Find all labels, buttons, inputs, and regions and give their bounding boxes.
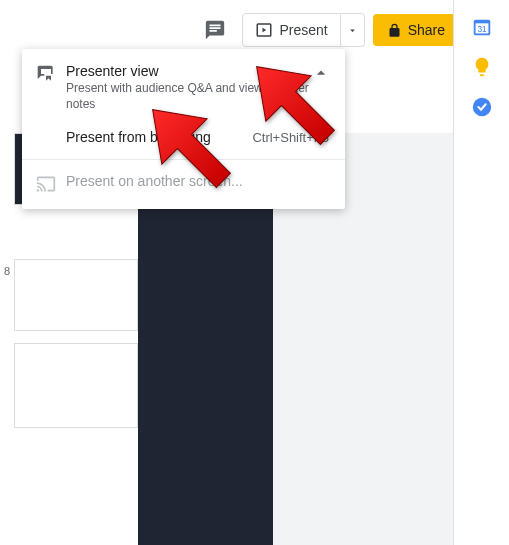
play-presentation-icon [255,21,273,39]
svg-text:31: 31 [477,25,487,34]
keep-addon-button[interactable] [471,56,493,78]
calendar-addon-button[interactable]: 31 [471,16,493,38]
calendar-icon: 31 [471,16,493,38]
comment-icon [204,19,226,41]
slide-thumbnail[interactable] [14,259,138,331]
presenter-view-icon [36,64,56,84]
tasks-icon [471,96,493,118]
keep-icon [471,56,493,78]
share-button[interactable]: Share [373,14,459,46]
annotation-arrow [128,85,248,208]
svg-point-4 [472,98,490,116]
slide-thumbnail[interactable] [14,343,138,428]
cast-icon [36,174,56,194]
chevron-down-icon [347,25,358,36]
share-label: Share [408,22,445,38]
lock-icon [387,23,402,38]
tasks-addon-button[interactable] [471,96,493,118]
present-label: Present [279,22,327,38]
slide-number: 8 [4,265,10,277]
side-panel: 31 [453,0,509,545]
comments-button[interactable] [196,11,234,49]
annotation-arrow [232,42,352,165]
